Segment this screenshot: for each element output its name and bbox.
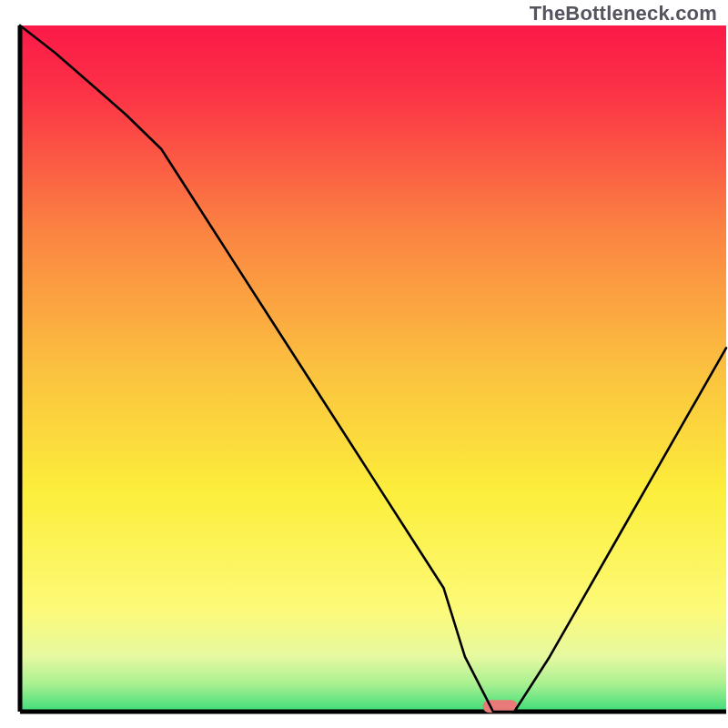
chart-svg bbox=[0, 0, 728, 728]
chart-stage: TheBottleneck.com bbox=[0, 0, 728, 728]
watermark-text: TheBottleneck.com bbox=[530, 2, 717, 25]
gradient-background bbox=[20, 25, 726, 712]
